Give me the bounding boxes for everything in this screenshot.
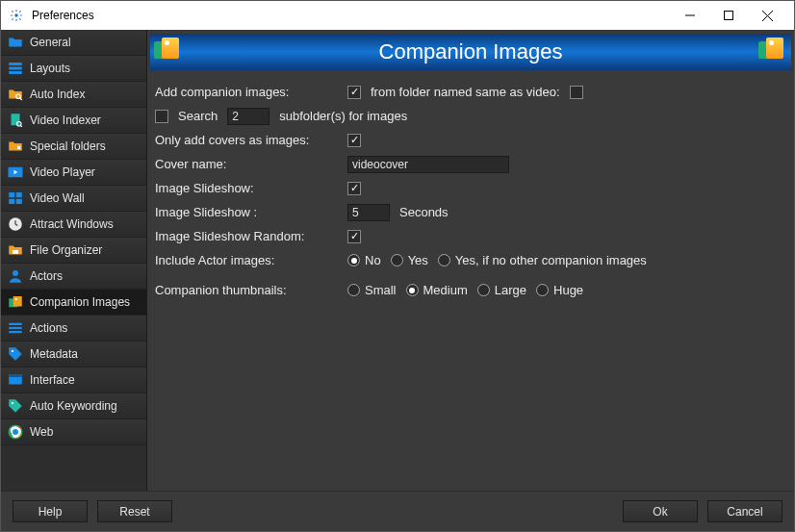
sidebar-item-layouts[interactable]: Layouts <box>1 56 146 82</box>
sidebar-item-actors[interactable]: Actors <box>1 264 146 290</box>
from-folder-checkbox[interactable] <box>570 86 583 99</box>
search-subfolders-checkbox[interactable] <box>155 110 168 123</box>
include-actor-label: Include Actor images: <box>155 253 347 267</box>
sidebar-item-interface[interactable]: Interface <box>1 367 146 393</box>
svg-point-18 <box>13 270 18 276</box>
interface-icon <box>7 371 24 389</box>
wall-icon <box>7 190 24 207</box>
thumbnail-size-option[interactable]: Small <box>347 283 397 297</box>
cover-name-label: Cover name: <box>155 157 347 171</box>
sidebar-item-label: Video Player <box>30 165 95 179</box>
cover-name-input[interactable] <box>347 156 509 173</box>
window-title: Preferences <box>32 9 671 22</box>
sidebar-item-label: Video Wall <box>30 191 85 205</box>
svg-rect-23 <box>9 327 22 329</box>
sidebar-item-web[interactable]: Web <box>1 419 146 445</box>
organizer-icon <box>7 241 24 259</box>
search-suffix-label: subfolder(s) for images <box>279 109 407 123</box>
svg-point-28 <box>12 402 13 404</box>
slideshow-interval-unit: Seconds <box>399 205 449 219</box>
close-button[interactable] <box>748 1 786 30</box>
include-actor-radio[interactable] <box>347 254 360 266</box>
sidebar-item-label: Special folders <box>30 139 106 153</box>
sidebar-item-video-wall[interactable]: Video Wall <box>1 186 146 212</box>
svg-rect-2 <box>725 12 733 20</box>
web-icon <box>7 423 24 441</box>
svg-rect-12 <box>9 192 14 197</box>
svg-rect-20 <box>13 296 22 307</box>
include-actor-radio[interactable] <box>438 254 450 266</box>
include-actor-option[interactable]: No <box>347 253 381 267</box>
special-folders-icon <box>7 138 24 155</box>
include-actor-radio-label: No <box>365 253 381 267</box>
thumbnails-label: Companion thumbnails: <box>155 283 347 297</box>
actions-icon <box>7 319 24 337</box>
companion-images-icon <box>758 38 787 66</box>
sidebar-item-label: Auto Keywording <box>30 399 117 413</box>
thumbnail-size-option[interactable]: Huge <box>536 283 583 297</box>
only-covers-checkbox[interactable] <box>347 134 361 147</box>
svg-rect-15 <box>16 199 22 204</box>
only-covers-label: Only add covers as images: <box>155 133 347 147</box>
sidebar-item-video-indexer[interactable]: Video Indexer <box>1 108 146 134</box>
svg-point-0 <box>14 13 18 17</box>
thumbnail-size-radio-label: Huge <box>553 283 583 297</box>
player-icon <box>7 164 24 181</box>
thumbnail-size-radio[interactable] <box>406 284 419 296</box>
add-companion-checkbox[interactable] <box>347 86 361 99</box>
slideshow-random-checkbox[interactable] <box>347 230 361 243</box>
thumbnail-size-option[interactable]: Medium <box>406 283 468 297</box>
search-count-input[interactable] <box>227 108 269 125</box>
companion-icon <box>7 293 24 311</box>
svg-rect-22 <box>9 323 22 325</box>
sidebar-item-special-folders[interactable]: Special folders <box>1 134 146 160</box>
sidebar-item-actions[interactable]: Actions <box>1 316 146 342</box>
thumbnail-size-radio[interactable] <box>536 284 549 296</box>
thumbnail-size-radio-label: Small <box>365 283 397 297</box>
sidebar-item-auto-index[interactable]: Auto Index <box>1 82 146 108</box>
include-actor-option[interactable]: Yes <box>391 253 428 267</box>
include-actor-option[interactable]: Yes, if no other companion images <box>438 253 647 267</box>
add-companion-label: Add companion images: <box>155 85 347 99</box>
sidebar-item-video-player[interactable]: Video Player <box>1 160 146 186</box>
sidebar-item-label: Layouts <box>30 62 70 75</box>
slideshow-random-label: Image Slideshow Random: <box>155 229 347 243</box>
minimize-button[interactable] <box>671 1 709 30</box>
layouts-icon <box>7 60 24 77</box>
sidebar-item-label: Companion Images <box>30 295 130 309</box>
companion-images-icon <box>154 38 183 66</box>
banner-title: Companion Images <box>379 39 563 64</box>
thumbnail-size-option[interactable]: Large <box>477 283 526 297</box>
svg-rect-13 <box>16 192 22 197</box>
thumbnail-size-radio[interactable] <box>347 284 360 296</box>
from-folder-label: from folder named same as video: <box>371 85 560 99</box>
sidebar-item-metadata[interactable]: Metadata <box>1 342 146 367</box>
sidebar-item-label: General <box>30 36 71 49</box>
sidebar-item-label: Metadata <box>30 347 78 361</box>
maximize-button[interactable] <box>709 1 748 30</box>
content-pane: Companion Images Add companion images: f… <box>147 30 794 491</box>
sidebar-item-label: File Organizer <box>30 243 102 257</box>
svg-rect-6 <box>9 67 22 70</box>
clock-icon <box>7 215 24 233</box>
sidebar-item-attract-windows[interactable]: Attract Windows <box>1 212 146 238</box>
slideshow-interval-input[interactable] <box>347 204 390 221</box>
sidebar-item-companion-images[interactable]: Companion Images <box>1 290 146 316</box>
sidebar-item-label: Video Indexer <box>30 114 101 127</box>
sidebar-item-auto-keywording[interactable]: Auto Keywording <box>1 393 146 419</box>
search-label: Search <box>178 109 218 123</box>
sidebar-item-general[interactable]: General <box>1 30 146 56</box>
help-button[interactable]: Help <box>13 500 88 522</box>
svg-point-25 <box>12 350 13 352</box>
slideshow-interval-label: Image Slideshow : <box>155 205 347 219</box>
reset-button[interactable]: Reset <box>97 500 172 522</box>
sidebar-item-file-organizer[interactable]: File Organizer <box>1 238 146 264</box>
include-actor-radio[interactable] <box>391 254 403 266</box>
slideshow-checkbox[interactable] <box>347 182 361 195</box>
ok-button[interactable]: Ok <box>623 500 698 522</box>
preferences-window: Preferences GeneralLayoutsAuto IndexVide… <box>0 0 795 532</box>
svg-point-31 <box>13 429 18 435</box>
cancel-button[interactable]: Cancel <box>707 500 782 522</box>
thumbnail-size-radio[interactable] <box>477 284 490 296</box>
thumbnail-size-radio-label: Medium <box>423 283 468 297</box>
